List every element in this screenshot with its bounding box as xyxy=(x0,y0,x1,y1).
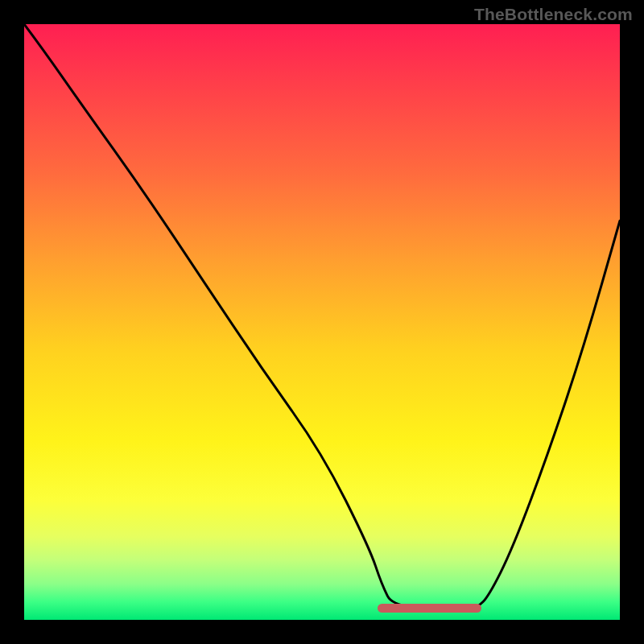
plot-area xyxy=(24,24,620,620)
plateau-cap-right-icon xyxy=(473,604,481,613)
plateau-highlight xyxy=(382,604,477,613)
curve-line xyxy=(24,24,620,620)
plateau-cap-left-icon xyxy=(378,604,386,613)
watermark-text: TheBottleneck.com xyxy=(474,5,633,24)
chart-stage: TheBottleneck.com xyxy=(0,0,644,644)
